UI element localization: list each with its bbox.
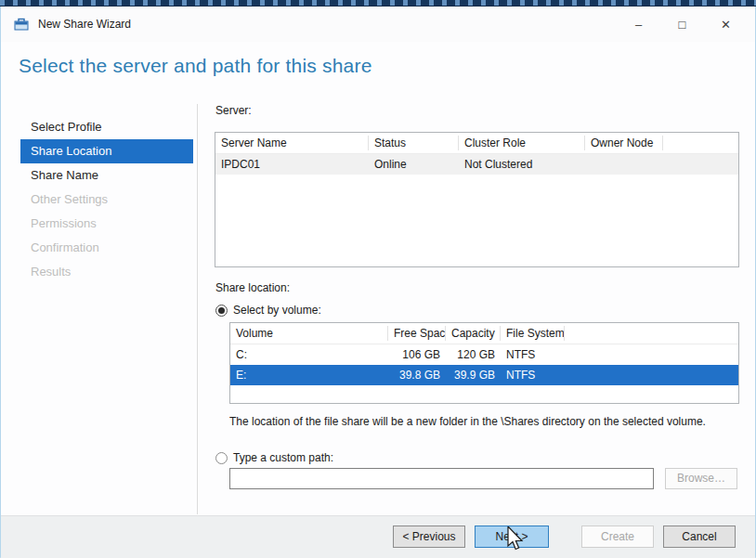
column-header-status[interactable]: Status <box>369 136 459 150</box>
custom-path-option[interactable]: Type a custom path: <box>215 451 333 464</box>
column-header-server-name[interactable]: Server Name <box>215 136 369 150</box>
cell-free-space: 39.8 GB <box>388 369 446 382</box>
maximize-icon[interactable]: □ <box>660 6 704 42</box>
sidebar-item-confirmation: Confirmation <box>20 236 193 260</box>
create-button: Create <box>581 526 654 548</box>
volume-table-header: Volume Free Space Capacity File System <box>230 323 738 344</box>
background-window-strip <box>0 0 756 6</box>
cell-capacity: 120 GB <box>446 348 501 361</box>
table-row[interactable]: IPDC01 Online Not Clustered <box>215 154 738 175</box>
cell-cluster-role: Not Clustered <box>459 158 585 171</box>
sidebar-item-other-settings: Other Settings <box>20 188 193 212</box>
cell-file-system: NTFS <box>501 369 565 382</box>
close-icon[interactable]: ✕ <box>704 6 748 42</box>
browse-button: Browse… <box>665 468 737 489</box>
custom-path-input[interactable] <box>229 468 654 489</box>
select-by-volume-option[interactable]: Select by volume: <box>215 304 321 317</box>
sidebar-item-results: Results <box>20 260 193 284</box>
previous-button[interactable]: < Previous <box>393 526 465 548</box>
radio-unselected-icon[interactable] <box>215 452 228 464</box>
sidebar-item-permissions: Permissions <box>20 212 193 236</box>
sidebar-item-select-profile[interactable]: Select Profile <box>20 115 193 139</box>
column-header-cluster-role[interactable]: Cluster Role <box>459 136 585 150</box>
share-wizard-app-icon <box>14 17 29 32</box>
custom-path-label: Type a custom path: <box>233 451 333 464</box>
cell-volume: E: <box>230 369 388 382</box>
page-title: Select the server and path for this shar… <box>19 55 372 77</box>
column-header-owner-node[interactable]: Owner Node <box>585 136 663 150</box>
wizard-steps-sidebar: Select Profile Share Location Share Name… <box>20 115 193 284</box>
cancel-button[interactable]: Cancel <box>663 526 736 548</box>
title-bar: New Share Wizard – □ ✕ <box>1 6 755 42</box>
window-title: New Share Wizard <box>38 6 131 42</box>
window-controls: – □ ✕ <box>617 6 748 42</box>
column-header-capacity[interactable]: Capacity <box>446 326 501 341</box>
table-row-volume-c[interactable]: C: 106 GB 120 GB NTFS <box>230 344 738 365</box>
select-by-volume-label: Select by volume: <box>233 304 321 317</box>
mouse-cursor <box>507 526 528 558</box>
minimize-icon[interactable]: – <box>617 6 660 42</box>
sidebar-item-share-name[interactable]: Share Name <box>20 163 193 188</box>
column-header-spacer <box>663 136 738 150</box>
cell-free-space: 106 GB <box>388 348 446 361</box>
server-table: Server Name Status Cluster Role Owner No… <box>215 132 739 267</box>
cell-status: Online <box>369 158 459 171</box>
column-header-volume[interactable]: Volume <box>230 326 388 341</box>
sidebar-divider <box>197 104 198 514</box>
column-header-free-space[interactable]: Free Space <box>388 326 446 341</box>
server-table-header: Server Name Status Cluster Role Owner No… <box>215 133 738 154</box>
share-location-label: Share location: <box>215 281 290 294</box>
cell-volume: C: <box>230 348 388 361</box>
share-location-note: The location of the file share will be a… <box>229 414 714 429</box>
new-share-wizard-window: New Share Wizard – □ ✕ Select the server… <box>0 6 756 558</box>
cell-capacity: 39.9 GB <box>446 369 501 382</box>
cell-server-name: IPDC01 <box>215 158 369 171</box>
volume-table: Volume Free Space Capacity File System C… <box>229 322 739 404</box>
table-row-volume-e-selected[interactable]: E: 39.8 GB 39.9 GB NTFS <box>230 365 738 385</box>
column-header-spacer <box>565 326 738 341</box>
sidebar-item-share-location[interactable]: Share Location <box>20 139 193 163</box>
radio-selected-icon[interactable] <box>215 305 228 317</box>
cell-file-system: NTFS <box>501 348 565 361</box>
server-label: Server: <box>215 104 252 117</box>
column-header-file-system[interactable]: File System <box>501 326 565 341</box>
